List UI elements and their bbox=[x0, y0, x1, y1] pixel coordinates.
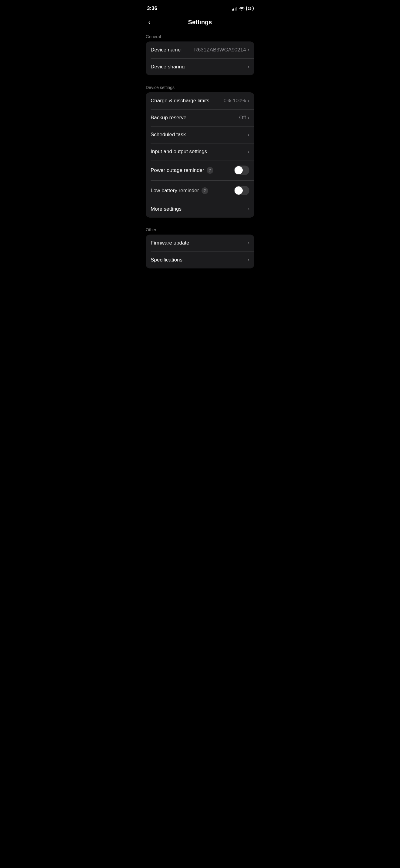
device-sharing-chevron: › bbox=[248, 64, 249, 70]
low-battery-toggle[interactable] bbox=[234, 186, 249, 195]
input-output-row[interactable]: Input and output settings › bbox=[146, 143, 254, 160]
firmware-update-chevron: › bbox=[248, 240, 249, 246]
status-icons: 26 bbox=[232, 6, 253, 11]
general-card: Device name R631ZAB3WGA90214 › Device sh… bbox=[146, 41, 254, 75]
scheduled-task-row[interactable]: Scheduled task › bbox=[146, 126, 254, 143]
low-battery-label: Low battery reminder bbox=[151, 188, 199, 194]
battery-icon: 26 bbox=[246, 6, 253, 11]
charge-discharge-row[interactable]: Charge & discharge limits 0%-100% › bbox=[146, 92, 254, 109]
signal-icon bbox=[232, 6, 237, 10]
firmware-update-row[interactable]: Firmware update › bbox=[146, 235, 254, 251]
power-outage-row[interactable]: Power outage reminder ? bbox=[146, 160, 254, 180]
status-time: 3:36 bbox=[147, 5, 157, 11]
specifications-chevron: › bbox=[248, 257, 249, 263]
header: ‹ Settings bbox=[141, 15, 259, 31]
more-settings-chevron: › bbox=[248, 207, 249, 212]
device-sharing-row[interactable]: Device sharing › bbox=[146, 58, 254, 75]
status-bar: 3:36 26 bbox=[141, 0, 259, 15]
low-battery-help-icon[interactable]: ? bbox=[201, 187, 208, 194]
device-sharing-label: Device sharing bbox=[151, 64, 184, 70]
backup-reserve-value: Off bbox=[239, 115, 246, 121]
more-settings-row[interactable]: More settings › bbox=[146, 200, 254, 218]
input-output-chevron: › bbox=[248, 149, 249, 154]
firmware-update-label: Firmware update bbox=[151, 240, 190, 246]
low-battery-toggle-knob bbox=[234, 186, 243, 195]
power-outage-toggle-knob bbox=[234, 166, 243, 174]
wifi-icon bbox=[239, 6, 245, 10]
device-settings-card: Charge & discharge limits 0%-100% › Back… bbox=[146, 92, 254, 218]
charge-discharge-value: 0%-100% bbox=[224, 98, 246, 104]
device-name-row[interactable]: Device name R631ZAB3WGA90214 › bbox=[146, 41, 254, 58]
general-section-label: General bbox=[141, 31, 259, 41]
charge-discharge-label: Charge & discharge limits bbox=[151, 98, 209, 104]
charge-discharge-chevron: › bbox=[248, 98, 249, 103]
backup-reserve-chevron: › bbox=[248, 115, 249, 120]
power-outage-help-icon[interactable]: ? bbox=[207, 167, 213, 174]
other-card: Firmware update › Specifications › bbox=[146, 235, 254, 269]
device-name-value: R631ZAB3WGA90214 bbox=[194, 47, 246, 53]
more-settings-label: More settings bbox=[151, 206, 181, 212]
back-button[interactable]: ‹ bbox=[146, 16, 153, 29]
scheduled-task-label: Scheduled task bbox=[151, 132, 186, 138]
device-settings-section-label: Device settings bbox=[141, 82, 259, 92]
power-outage-toggle[interactable] bbox=[234, 165, 249, 175]
device-name-chevron: › bbox=[248, 47, 249, 53]
low-battery-row[interactable]: Low battery reminder ? bbox=[146, 180, 254, 200]
page-title: Settings bbox=[188, 19, 212, 26]
input-output-label: Input and output settings bbox=[151, 149, 207, 155]
device-name-label: Device name bbox=[151, 47, 180, 53]
backup-reserve-row[interactable]: Backup reserve Off › bbox=[146, 109, 254, 126]
power-outage-label: Power outage reminder bbox=[151, 167, 204, 174]
other-section-label: Other bbox=[141, 224, 259, 235]
specifications-row[interactable]: Specifications › bbox=[146, 251, 254, 269]
backup-reserve-label: Backup reserve bbox=[151, 115, 187, 121]
scheduled-task-chevron: › bbox=[248, 132, 249, 137]
specifications-label: Specifications bbox=[151, 257, 182, 263]
